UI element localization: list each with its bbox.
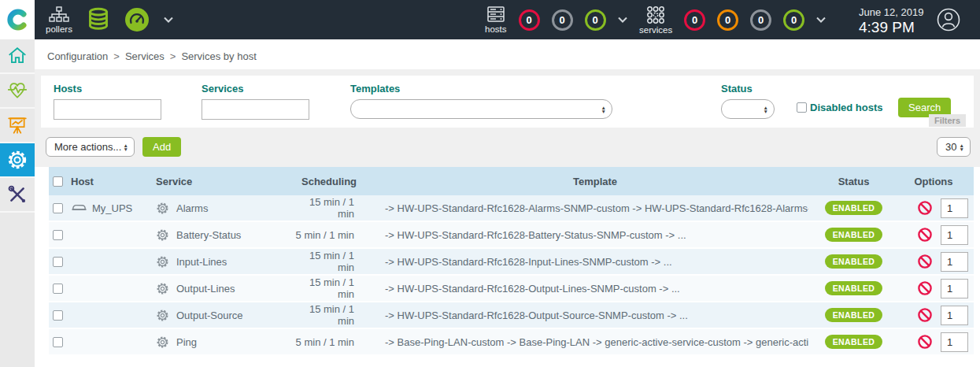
service-name[interactable]: Battery-Status	[176, 229, 241, 241]
breadcrumb-separator: >	[113, 50, 120, 62]
duplicate-count-input[interactable]	[941, 198, 968, 218]
user-icon	[937, 8, 960, 32]
stepper-arrows-icon: ▲▼	[124, 143, 128, 151]
presentation-chart-icon	[7, 116, 28, 135]
services-table: Host Service Scheduling Template Status …	[35, 167, 980, 367]
templates-filter-select[interactable]: ▲▼	[350, 99, 612, 119]
status-badge: ENABLED	[825, 335, 883, 349]
counter-badge[interactable]: 0	[585, 9, 606, 31]
header-options: Options	[899, 176, 974, 187]
gear-icon	[6, 149, 28, 171]
breadcrumb-item[interactable]: Services	[125, 50, 165, 62]
poller-chevron-down-icon[interactable]	[164, 17, 173, 23]
disable-icon[interactable]	[917, 280, 933, 296]
row-checkbox[interactable]	[53, 230, 63, 240]
row-checkbox[interactable]	[53, 257, 63, 267]
disabled-hosts-checkbox[interactable]	[797, 102, 807, 113]
status-badge: ENABLED	[825, 201, 883, 215]
services-status[interactable]: services	[639, 6, 672, 35]
sidebar-item-administration[interactable]	[0, 178, 35, 213]
clock: June 12, 2019 4:39 PM	[859, 6, 923, 36]
header-scheduling: Scheduling	[295, 176, 382, 187]
more-actions-select[interactable]: More actions... ▲▼	[46, 137, 135, 157]
service-gear-icon	[156, 282, 169, 295]
service-gear-icon	[156, 228, 169, 242]
service-name[interactable]: Ping	[176, 336, 197, 348]
breadcrumb-item[interactable]: Configuration	[47, 50, 108, 62]
service-name[interactable]: Output-Lines	[176, 283, 235, 295]
sidebar-item-reporting[interactable]	[0, 109, 35, 143]
user-menu-button[interactable]	[937, 8, 960, 32]
hosts-filter-input[interactable]	[54, 99, 161, 120]
actions-row: More actions... ▲▼ Add 30 ▲▼	[35, 128, 980, 167]
filters-tab[interactable]: Filters	[929, 114, 966, 127]
status-badge: ENABLED	[825, 254, 883, 269]
row-checkbox[interactable]	[53, 310, 63, 321]
hosts-counters: 000	[519, 9, 606, 31]
service-gear-icon	[156, 309, 169, 322]
sidebar-nav	[0, 39, 35, 367]
service-name[interactable]: Alarms	[176, 202, 208, 214]
main-content: Configuration>Services>Services by host …	[35, 39, 980, 367]
sidebar-item-configuration[interactable]	[0, 143, 35, 178]
template-chain: -> HW-UPS-Standard-Rfc1628-Alarms-SNMP-c…	[382, 202, 808, 214]
header-service: Service	[150, 176, 295, 187]
counter-badge[interactable]: 0	[717, 9, 738, 31]
header-template: Template	[382, 176, 808, 187]
disabled-hosts-label: Disabled hosts	[810, 102, 882, 113]
counter-badge[interactable]: 0	[783, 9, 804, 31]
hosts-chevron-down-icon[interactable]	[618, 17, 627, 23]
pollers-label: pollers	[46, 24, 72, 34]
disable-icon[interactable]	[917, 227, 933, 243]
counter-badge[interactable]: 0	[519, 9, 540, 31]
sidebar-item-home[interactable]	[0, 39, 35, 74]
hosts-status[interactable]: hosts	[485, 6, 507, 34]
database-status-icon[interactable]	[87, 7, 110, 32]
service-gear-icon	[156, 335, 169, 349]
host-name[interactable]: My_UPS	[92, 202, 132, 214]
row-checkbox[interactable]	[53, 284, 63, 294]
row-checkbox[interactable]	[53, 337, 63, 347]
scheduling-value: 5 min / 1 min	[295, 336, 382, 348]
counter-badge[interactable]: 0	[684, 9, 705, 31]
disabled-hosts-toggle[interactable]: Disabled hosts	[797, 102, 882, 113]
counter-badge[interactable]: 0	[552, 9, 573, 31]
add-button[interactable]: Add	[142, 137, 181, 157]
service-name[interactable]: Input-Lines	[176, 256, 227, 268]
table-header-row: Host Service Scheduling Template Status …	[49, 167, 974, 195]
latency-gauge-icon[interactable]	[124, 7, 150, 32]
home-icon	[7, 46, 28, 65]
status-badge: ENABLED	[825, 281, 883, 295]
duplicate-count-input[interactable]	[941, 279, 968, 298]
disable-icon[interactable]	[917, 334, 933, 350]
disable-icon[interactable]	[917, 307, 933, 323]
disable-icon[interactable]	[917, 200, 933, 216]
duplicate-count-input[interactable]	[941, 225, 968, 245]
select-all-checkbox[interactable]	[53, 176, 63, 187]
page-size-select[interactable]: 30 ▲▼	[937, 137, 971, 157]
row-checkbox[interactable]	[53, 203, 63, 213]
breadcrumb-item[interactable]: Services by host	[181, 50, 256, 62]
services-filter-input[interactable]	[202, 99, 309, 120]
disable-icon[interactable]	[917, 254, 933, 269]
stepper-arrows-icon: ▲▼	[601, 106, 606, 113]
service-name[interactable]: Output-Source	[176, 310, 243, 321]
table-row: Input-Lines 15 min / 1 min -> HW-UPS-Sta…	[49, 249, 974, 276]
services-chevron-down-icon[interactable]	[816, 17, 826, 23]
hosts-icon	[486, 6, 505, 24]
service-gear-icon	[156, 202, 169, 215]
services-filter-label: Services	[202, 83, 309, 95]
table-row: Ping 5 min / 1 min -> Base-Ping-LAN-cust…	[49, 329, 974, 356]
centreon-logo[interactable]	[0, 0, 35, 39]
status-filter-select[interactable]: ▲▼	[721, 99, 775, 119]
duplicate-count-input[interactable]	[941, 332, 968, 352]
services-label: services	[639, 25, 672, 35]
table-row: Battery-Status 5 min / 1 min -> HW-UPS-S…	[49, 222, 974, 249]
status-badge: ENABLED	[825, 308, 883, 322]
sidebar-item-monitoring[interactable]	[0, 74, 35, 109]
pollers-status[interactable]: pollers	[46, 6, 72, 34]
duplicate-count-input[interactable]	[941, 306, 968, 325]
header-status: Status	[808, 176, 899, 187]
duplicate-count-input[interactable]	[941, 252, 968, 272]
counter-badge[interactable]: 0	[750, 9, 771, 31]
